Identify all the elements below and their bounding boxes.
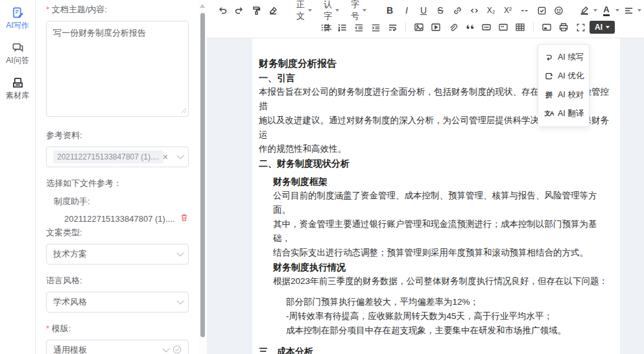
sidebar-item-label: AI写作	[6, 20, 29, 31]
template-select[interactable]: 通用模板	[46, 340, 189, 354]
eraser-button[interactable]	[265, 3, 281, 18]
scrollbar-thumb[interactable]	[200, 13, 205, 337]
chevron-down-icon	[176, 249, 184, 256]
nav-rail: AI写作 AI问答 素材库	[0, 0, 36, 354]
doc-subheading: 财务制度执行情况	[273, 260, 614, 274]
style-select[interactable]: 学术风格	[46, 292, 189, 313]
divider-block-button[interactable]	[479, 20, 494, 34]
caret-icon	[335, 9, 339, 12]
align-dropdown[interactable]	[621, 3, 636, 18]
bullet-list-button[interactable]	[317, 20, 333, 34]
delete-file-icon[interactable]	[180, 213, 189, 224]
doc-paragraph: 根据2023年前三季度的财务数据，公司整体财务制度执行情况良好，但存在以下问题：	[273, 274, 614, 289]
editor-toolbar: 正文 默认字体 字号 B I U S	[207, 0, 644, 38]
ai-dropdown-menu: AI 续写 AI 优化 拼 AI 校对 文A AI 翻译	[538, 44, 590, 127]
chevron-down-icon	[162, 345, 169, 352]
format-painter-button[interactable]	[248, 3, 264, 18]
link-button[interactable]	[449, 3, 465, 18]
inline-code-button[interactable]	[466, 3, 482, 18]
file-ref-label: 选择如下文件参考：	[46, 178, 189, 189]
reference-tag: 2021122715133847807 (1).... ✕	[53, 150, 163, 163]
assistant-label: 制度助手:	[46, 196, 189, 207]
menu-item-ai-translate[interactable]: 文A AI 翻译	[538, 104, 589, 123]
subscript-button[interactable]: X₂	[483, 3, 499, 18]
doc-heading-3: 三、成本分析	[259, 344, 614, 354]
italic-button[interactable]: I	[399, 3, 414, 18]
sidebar-item-material-library[interactable]: 素材库	[0, 77, 35, 101]
form-scrollbar[interactable]	[198, 0, 207, 354]
highlight-color-button[interactable]	[577, 3, 592, 18]
page-preview-button[interactable]	[539, 20, 555, 34]
scroll-up-icon[interactable]	[200, 4, 205, 8]
code-block-button[interactable]	[495, 20, 511, 34]
reference-select[interactable]: 2021122715133847807 (1).... ✕	[46, 147, 189, 167]
check-circle-icon	[173, 345, 182, 354]
app-window: AI写作 AI问答 素材库 文档主题/	[0, 0, 644, 354]
ai-translate-icon: 文A	[544, 110, 554, 118]
ai-dropdown-button[interactable]: AI	[590, 21, 615, 34]
ai-writing-icon	[12, 6, 24, 19]
divider	[405, 22, 406, 32]
doc-type-label: 文案类型:	[46, 227, 189, 239]
menu-item-ai-proofread[interactable]: 拼 AI 校对	[538, 86, 589, 104]
ai-proofread-icon: 拼	[544, 90, 554, 100]
outdent-button[interactable]	[351, 20, 366, 34]
insert-image-button[interactable]	[411, 20, 427, 34]
sidebar-item-ai-qa[interactable]: AI问答	[0, 41, 35, 66]
caret-icon[interactable]	[638, 9, 641, 12]
chevron-down-icon	[176, 297, 184, 304]
sidebar-item-label: AI问答	[6, 55, 29, 66]
font-family-dropdown[interactable]: 默认字体	[318, 3, 344, 18]
ai-optimize-icon	[544, 72, 554, 80]
doc-paragraph: 公司目前的制度涵盖了资金管理、成本控制、预算管理、核算与报告、风险管理等方面。 …	[273, 189, 614, 260]
assistant-file-row: 2021122715133847807 (1)....	[46, 213, 189, 224]
caret-icon	[363, 9, 366, 12]
bold-button[interactable]: B	[382, 3, 398, 18]
insert-video-button[interactable]	[428, 20, 444, 34]
horizontal-rule-button[interactable]	[517, 3, 532, 18]
blockquote-button[interactable]	[462, 20, 477, 34]
topic-label: 文档主题/内容:	[46, 4, 189, 16]
chat-icon	[12, 41, 24, 54]
sidebar-item-label: 素材库	[6, 90, 29, 101]
resize-handle[interactable]	[181, 104, 187, 116]
emoji-button[interactable]	[551, 3, 566, 18]
redo-button[interactable]	[232, 3, 247, 18]
ai-continue-icon	[544, 53, 554, 62]
ai-writing-form: 文档主题/内容: 写一份财务制度分析报告 参考资料: 2021122715133…	[36, 0, 198, 354]
reference-label: 参考资料:	[46, 130, 189, 141]
insert-table-button[interactable]	[512, 20, 528, 34]
ordered-list-button[interactable]	[334, 20, 350, 34]
doc-type-select[interactable]: 技术方案	[46, 244, 189, 265]
menu-item-ai-continue[interactable]: AI 续写	[538, 48, 589, 67]
undo-button[interactable]	[215, 3, 230, 18]
menu-item-ai-optimize[interactable]: AI 优化	[538, 67, 589, 86]
style-label: 语言风格:	[46, 275, 189, 287]
print-button[interactable]	[556, 20, 571, 34]
caret-icon[interactable]	[593, 9, 597, 12]
assistant-file-name: 2021122715133847807 (1)....	[64, 214, 180, 224]
library-icon	[12, 77, 24, 89]
attachment-button[interactable]	[445, 20, 460, 34]
doc-heading-2: 二、财务制度现状分析	[259, 156, 614, 171]
template-label: 模版:	[46, 323, 189, 335]
doc-subheading: 财务制度框架	[273, 174, 614, 189]
fullscreen-button[interactable]	[573, 20, 588, 34]
underline-button[interactable]: U	[416, 3, 431, 18]
divider	[533, 22, 534, 32]
caret-icon	[606, 26, 610, 29]
superscript-button[interactable]: X²	[500, 3, 516, 18]
caret-icon	[308, 9, 312, 12]
font-size-dropdown[interactable]: 字号	[346, 3, 372, 18]
font-color-button[interactable]: A	[599, 3, 614, 18]
sidebar-item-ai-writing[interactable]: AI写作	[0, 6, 35, 31]
caret-icon[interactable]	[615, 9, 619, 12]
topic-input[interactable]: 写一份财务制度分析报告	[46, 21, 189, 117]
remove-tag-icon[interactable]: ✕	[162, 153, 168, 161]
strikethrough-button[interactable]: S	[433, 3, 448, 18]
chevron-down-icon	[176, 152, 184, 159]
indent-button[interactable]	[368, 20, 383, 34]
line-break-button[interactable]	[385, 20, 400, 34]
task-checkbox-button[interactable]	[534, 3, 549, 18]
paragraph-style-dropdown[interactable]: 正文	[291, 3, 317, 18]
